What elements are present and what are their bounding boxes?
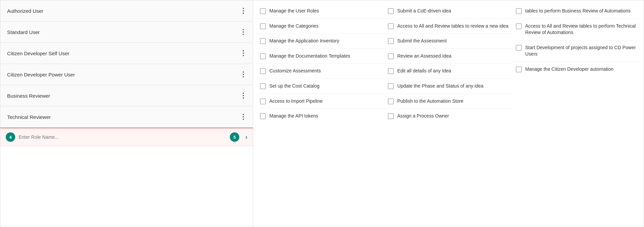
permission-label-update-phase-status: Update the Phase and Status of any idea [397, 83, 483, 90]
permission-item-technical-review-automations: Access to All and Review tables to perfo… [512, 19, 640, 40]
new-role-row: 4 5 › [0, 128, 253, 146]
permission-item-publish-automation-store: Publish to the Automation Store [384, 94, 512, 109]
chevron-right-icon[interactable]: › [245, 134, 247, 141]
role-menu-dots[interactable] [241, 91, 246, 100]
role-menu-dots[interactable] [241, 112, 246, 121]
permission-label-manage-app-inventory: Manage the Application Inventory [269, 38, 339, 44]
permission-checkbox-access-all-review-new[interactable] [388, 23, 394, 29]
role-name: Citizen Developer Self User [7, 51, 69, 56]
role-item-2[interactable]: Standard User [0, 22, 253, 43]
role-item-3[interactable]: Citizen Developer Self User [0, 43, 253, 64]
permission-checkbox-manage-categories[interactable] [260, 23, 266, 29]
permission-label-manage-doc-templates: Manage the Documentation Templates [269, 53, 350, 60]
permission-checkbox-update-phase-status[interactable] [388, 83, 394, 89]
permission-label-edit-all-ideas: Edit all details of any Idea [397, 68, 451, 74]
role-item-1[interactable]: Authorized User [0, 0, 253, 22]
right-panel: Manage the User Roles Manage the Categor… [253, 0, 644, 227]
permission-checkbox-technical-review-automations[interactable] [516, 23, 522, 29]
roles-list: Authorized User Standard User Citizen De… [0, 0, 253, 128]
permission-item-business-review-automations: tables to perform Business Review of Aut… [512, 4, 640, 19]
role-item-6[interactable]: Technical Reviewer [0, 106, 253, 128]
permission-item-manage-doc-templates: Manage the Documentation Templates [257, 49, 384, 64]
permission-label-access-all-review-new: Access to All and Review tables to revie… [397, 23, 508, 30]
role-name: Authorized User [7, 8, 44, 14]
permission-label-review-assessed-idea: Review an Assessed Idea [397, 53, 451, 60]
permission-item-assign-process-owner: Assign a Process Owner [384, 109, 512, 124]
permission-checkbox-start-development[interactable] [516, 45, 522, 51]
permission-checkbox-manage-app-inventory[interactable] [260, 38, 266, 44]
permission-label-access-import-pipeline: Access to Import Pipeline [269, 98, 323, 105]
role-name: Technical Reviewer [7, 114, 51, 120]
permission-label-manage-citizen-developer: Manage the Citizen Developer automation [525, 66, 614, 73]
permission-checkbox-edit-all-ideas[interactable] [388, 68, 394, 74]
step-badge-5: 5 [230, 132, 239, 142]
permission-item-manage-user-roles: Manage the User Roles [257, 4, 384, 19]
permission-checkbox-access-import-pipeline[interactable] [260, 98, 266, 104]
permission-item-edit-all-ideas: Edit all details of any Idea [384, 64, 512, 79]
permission-item-setup-cost-catalog: Set up the Cost Catalog [257, 79, 384, 94]
permissions-columns: Manage the User Roles Manage the Categor… [253, 4, 644, 124]
permission-label-submit-coe-idea: Submit a CoE-driven idea [397, 8, 451, 14]
permission-label-manage-user-roles: Manage the User Roles [269, 8, 319, 14]
role-item-4[interactable]: Citizen Developer Power User [0, 64, 253, 85]
permission-checkbox-submit-assessment[interactable] [388, 38, 394, 44]
permission-checkbox-customize-assessments[interactable] [260, 68, 266, 74]
permission-item-customize-assessments: Customize Assessments [257, 64, 384, 79]
permission-checkbox-manage-api-tokens[interactable] [260, 113, 266, 119]
permission-column-3: tables to perform Business Review of Aut… [512, 4, 640, 124]
permission-checkbox-review-assessed-idea[interactable] [388, 53, 394, 59]
permission-item-manage-citizen-developer: Manage the Citizen Developer automation [512, 62, 640, 77]
permission-checkbox-business-review-automations[interactable] [516, 8, 522, 14]
permission-label-technical-review-automations: Access to All and Review tables to perfo… [525, 23, 637, 36]
permission-checkbox-manage-doc-templates[interactable] [260, 53, 266, 59]
permission-column-2: Submit a CoE-driven idea Access to All a… [384, 4, 512, 124]
role-name: Citizen Developer Power User [7, 72, 75, 77]
permission-checkbox-setup-cost-catalog[interactable] [260, 83, 266, 89]
permission-item-update-phase-status: Update the Phase and Status of any idea [384, 79, 512, 94]
permission-label-setup-cost-catalog: Set up the Cost Catalog [269, 83, 320, 90]
permission-item-manage-categories: Manage the Categories [257, 19, 384, 34]
permission-label-manage-api-tokens: Manage the API tokens [269, 113, 318, 120]
step-badge-4: 4 [6, 132, 15, 142]
permission-label-business-review-automations: tables to perform Business Review of Aut… [525, 8, 630, 14]
permission-label-publish-automation-store: Publish to the Automation Store [397, 98, 463, 105]
role-menu-dots[interactable] [241, 6, 246, 15]
role-name-input[interactable] [19, 134, 226, 140]
permission-item-submit-assessment: Submit the Assessment [384, 34, 512, 49]
role-menu-dots[interactable] [241, 70, 246, 79]
permission-checkbox-manage-user-roles[interactable] [260, 8, 266, 14]
role-menu-dots[interactable] [241, 28, 246, 36]
permission-label-submit-assessment: Submit the Assessment [397, 38, 447, 44]
left-panel: Authorized User Standard User Citizen De… [0, 0, 253, 227]
permission-column-1: Manage the User Roles Manage the Categor… [257, 4, 384, 124]
permission-checkbox-publish-automation-store[interactable] [388, 98, 394, 104]
permission-label-start-development: Start Development of projects assigned t… [525, 44, 637, 58]
permission-label-customize-assessments: Customize Assessments [269, 68, 321, 74]
role-item-5[interactable]: Business Reviewer [0, 85, 253, 106]
permission-label-assign-process-owner: Assign a Process Owner [397, 113, 449, 120]
role-name: Standard User [7, 29, 40, 35]
permission-item-start-development: Start Development of projects assigned t… [512, 40, 640, 62]
permission-item-access-all-review-new: Access to All and Review tables to revie… [384, 19, 512, 34]
role-name: Business Reviewer [7, 93, 50, 99]
permission-item-manage-app-inventory: Manage the Application Inventory [257, 34, 384, 49]
permission-label-manage-categories: Manage the Categories [269, 23, 319, 30]
permission-item-submit-coe-idea: Submit a CoE-driven idea [384, 4, 512, 19]
permission-item-review-assessed-idea: Review an Assessed Idea [384, 49, 512, 64]
permission-checkbox-submit-coe-idea[interactable] [388, 8, 394, 14]
permission-item-access-import-pipeline: Access to Import Pipeline [257, 94, 384, 109]
role-menu-dots[interactable] [241, 49, 246, 58]
permission-checkbox-assign-process-owner[interactable] [388, 113, 394, 119]
save-cancel-area: 5 › [230, 132, 247, 142]
permission-item-manage-api-tokens: Manage the API tokens [257, 109, 384, 124]
permission-checkbox-manage-citizen-developer[interactable] [516, 66, 522, 72]
